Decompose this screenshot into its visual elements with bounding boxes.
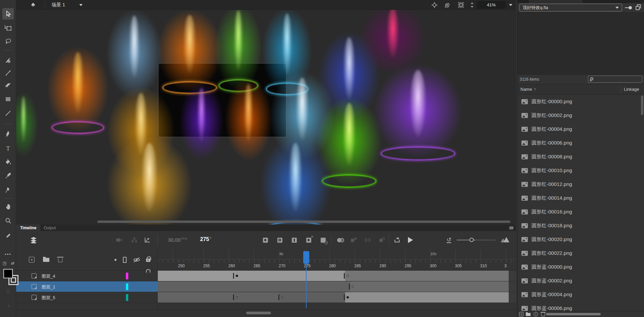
lock-layers-icon[interactable] [144, 255, 152, 263]
tab-timeline[interactable]: Timeline [16, 225, 40, 231]
insert-frame-button[interactable] [290, 236, 298, 244]
frame-span[interactable] [280, 292, 345, 303]
loop-playback-button[interactable] [393, 236, 402, 244]
filled-keyframe-icon[interactable] [347, 296, 349, 299]
hollow-keyframe-icon[interactable] [347, 275, 349, 277]
library-item-row[interactable]: 圆形红-00014.png [517, 191, 642, 205]
text-tool-icon[interactable]: T [2, 143, 14, 154]
current-frame-control[interactable]: 275F [200, 236, 212, 242]
zoom-level-input[interactable]: 41% [477, 1, 506, 9]
zoom-tool-icon[interactable] [2, 215, 14, 227]
layer-outline-color-swatch[interactable] [126, 283, 128, 290]
library-item-row[interactable]: 圆形红-00018.png [517, 219, 642, 233]
clip-content-icon[interactable] [457, 1, 465, 9]
library-vertical-scrollbar[interactable] [641, 95, 643, 115]
outline-view-toggle-icon[interactable] [123, 257, 127, 263]
column-name[interactable]: Name [520, 87, 532, 92]
tab-output[interactable]: Output [40, 225, 60, 231]
auto-keyframe-button[interactable]: A [304, 236, 313, 244]
new-library-panel-icon[interactable] [636, 4, 642, 10]
library-item-row[interactable]: 圆形蓝-00004.png [517, 288, 642, 302]
layer-row-图层_5[interactable]: 图层_5 [16, 292, 158, 303]
hollow-keyframe-icon[interactable] [236, 296, 238, 299]
library-horizontal-scrollbar[interactable] [546, 313, 601, 315]
layer-view-icon[interactable] [29, 236, 38, 244]
frame-tracks[interactable] [158, 271, 516, 303]
canvas-horizontal-scrollbar[interactable] [97, 221, 510, 223]
frame-rate-control[interactable]: 30,00FPS [168, 237, 187, 243]
library-document-dropdown[interactable]: 顶好特效q.fla [519, 4, 622, 11]
frame-span[interactable] [158, 271, 234, 281]
fill-color-swatch[interactable] [3, 269, 13, 278]
column-linkage[interactable]: Linkage [624, 87, 639, 92]
frame-span[interactable] [158, 281, 350, 292]
delete-item-button[interactable] [541, 312, 546, 316]
hand-tool-icon[interactable] [2, 201, 14, 212]
line-tool-icon[interactable] [2, 108, 14, 119]
library-item-row[interactable]: 圆形红-00020.png [517, 233, 642, 246]
panel-menu-icon[interactable] [509, 227, 513, 229]
pin-library-icon[interactable] [625, 6, 632, 10]
graph-editor-icon[interactable] [143, 236, 152, 244]
default-colors-icon[interactable]: ◳ [3, 261, 6, 266]
library-item-row[interactable]: 圆形红-00008.png [517, 150, 642, 164]
camera-icon[interactable] [115, 236, 124, 244]
frame-span[interactable] [345, 292, 509, 303]
scene-breadcrumb[interactable]: 场景 1 [52, 2, 65, 8]
layer-outline-color-swatch[interactable] [126, 294, 128, 301]
free-transform-tool-icon[interactable] [2, 22, 14, 34]
library-item-row[interactable]: 圆形红-00012.png [517, 177, 642, 191]
stage-canvas[interactable] [16, 10, 516, 225]
figure-water-spirit[interactable] [255, 129, 336, 225]
library-search-input[interactable] [588, 76, 642, 83]
highlight-layers-toggle-icon[interactable] [114, 259, 117, 261]
pencil-tool-icon[interactable] [2, 230, 14, 242]
library-item-row[interactable]: 圆形蓝-00006.png [517, 302, 642, 311]
hollow-keyframe-icon[interactable] [352, 285, 354, 288]
timeline-horizontal-scrollbar[interactable] [246, 312, 271, 314]
hide-layers-icon[interactable] [133, 256, 140, 264]
library-item-row[interactable]: 圆形红-00004.png [517, 122, 642, 136]
library-item-row[interactable]: 圆形红-00002.png [517, 109, 642, 122]
classic-brush-tool-icon[interactable] [2, 67, 14, 79]
slider-knob[interactable] [469, 238, 474, 242]
frame-span[interactable] [350, 281, 509, 292]
column-divider[interactable] [621, 85, 621, 94]
layer-parenting-icon[interactable] [130, 236, 139, 244]
frame-span[interactable] [234, 271, 345, 281]
insert-blank-keyframe-button[interactable] [275, 236, 284, 244]
figure-gold-praying[interactable] [101, 129, 198, 225]
fluid-brush-tool-icon[interactable] [2, 55, 14, 66]
frame-track-图层_4[interactable] [158, 271, 516, 281]
frame-span[interactable] [158, 292, 234, 303]
paint-bucket-tool-icon[interactable] [2, 156, 14, 168]
more-tools-button[interactable]: ••• [0, 252, 16, 257]
frame-span[interactable] [234, 292, 280, 303]
playhead-marker[interactable] [303, 251, 309, 264]
reset-timeline-zoom-button[interactable]: ↺ [445, 236, 453, 244]
remove-frame-button[interactable]: − [319, 236, 327, 244]
new-folder-button[interactable] [526, 312, 531, 316]
resize-timeline-view-icon[interactable] [501, 237, 509, 242]
library-item-row[interactable]: 圆形蓝-00000.png [517, 260, 642, 274]
rectangle-tool-icon[interactable] [2, 93, 14, 105]
zoom-dropdown-chevron-icon[interactable] [509, 4, 512, 6]
lasso-tool-icon[interactable] [2, 36, 14, 47]
new-symbol-button[interactable]: + [519, 312, 523, 316]
layer-row-图层_1[interactable]: 图层_1 [16, 281, 158, 292]
rotation-tool-icon[interactable] [443, 1, 451, 9]
frame-track-图层_1[interactable] [158, 281, 516, 292]
pin-tool-icon[interactable] [2, 184, 14, 196]
insert-keyframe-button[interactable] [261, 236, 270, 244]
library-item-row[interactable]: 圆形红-00022.png [517, 246, 642, 260]
library-item-row[interactable]: 圆形红-00006.png [517, 136, 642, 150]
filled-keyframe-icon[interactable] [236, 275, 238, 277]
create-tween-button[interactable] [377, 236, 386, 244]
swap-symbol-button[interactable] [363, 236, 372, 244]
figure-green-sprout-left[interactable] [16, 87, 40, 161]
edit-multiple-frames-button[interactable] [349, 236, 358, 244]
zoom-stepper[interactable] [470, 2, 474, 8]
scene-dropdown-chevron-icon[interactable] [79, 4, 83, 6]
timeline-ruler[interactable]: 2502552602652702752802852902953003053103… [158, 249, 516, 271]
eraser-tool-icon[interactable] [2, 79, 14, 91]
